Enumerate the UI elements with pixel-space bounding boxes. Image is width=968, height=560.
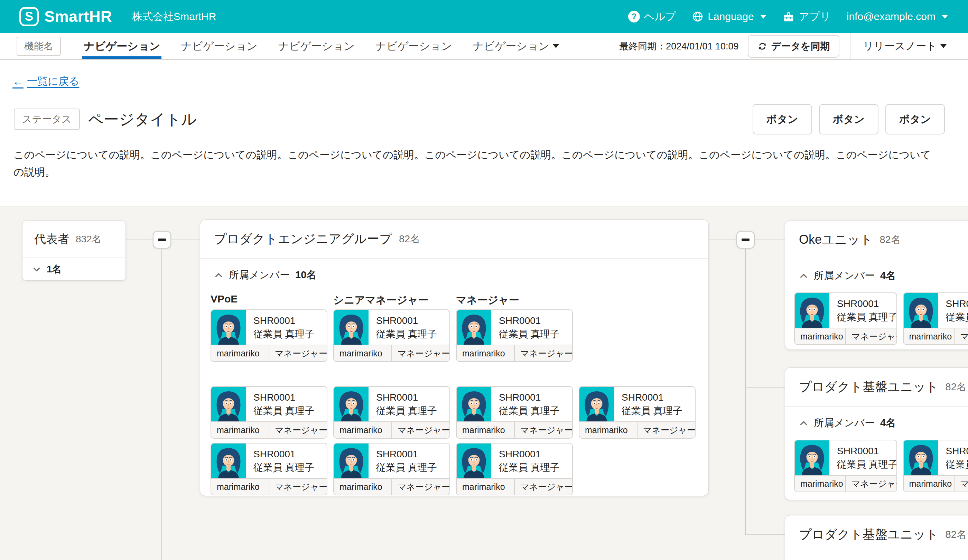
action-button-1[interactable]: ボタン — [753, 104, 812, 134]
page-description: このページについての説明。このページについての説明。このページについての説明。こ… — [13, 146, 940, 181]
back-to-list-link[interactable]: ← 一覧に戻る — [12, 75, 79, 88]
employee-card-top: SHR0001 従業員 真理子 — [211, 310, 327, 345]
unit-title: Okeユニット — [799, 231, 873, 248]
employee-card-footer: marimariko マネージャー — [904, 328, 968, 344]
nav-tab-4[interactable]: ナビゲーション — [365, 33, 462, 59]
member-row-1: SHR0001 従業員 真理子 marimariko マネージャー — [211, 310, 708, 362]
nav-tab-1[interactable]: ナビゲーション — [73, 33, 171, 59]
employee-card[interactable]: SHR0001 従業員 真理子 marimariko マネージャー — [903, 440, 968, 492]
employee-card-top: SHR0001 従業員 真理子 — [579, 387, 695, 421]
employee-name: 従業員 真理子 — [254, 327, 314, 341]
employee-card-top: SHR0001 従業員 真理子 — [334, 310, 449, 345]
members-section-toggle[interactable]: 所属メンバー 4名 — [799, 416, 968, 430]
employee-card[interactable]: SHR0001 従業員 真理子 marimariko マネージャー — [456, 443, 573, 495]
employee-card[interactable]: SHR0001 従業員 真理子 marimariko マネージャー — [903, 292, 968, 345]
members-count: 4名 — [880, 269, 896, 283]
chevron-down-icon — [940, 44, 946, 48]
employee-code: SHR0001 — [376, 314, 437, 327]
chevron-down-icon — [32, 265, 41, 274]
employee-card-footer: marimariko マネージャー — [211, 345, 327, 361]
employee-info: SHR0001 従業員 真理子 — [368, 387, 437, 421]
employee-avatar — [334, 387, 368, 421]
employee-card[interactable]: SHR0001 従業員 真理子 marimariko マネージャー — [333, 443, 450, 495]
employee-card[interactable]: SHR0001 従業員 真理子 marimariko マネージャー — [456, 310, 573, 362]
apps-menu-item[interactable]: アプリ — [782, 10, 831, 24]
language-label: Language — [708, 11, 754, 22]
members-section-toggle[interactable]: 所属メンバー 4名 — [799, 269, 968, 283]
connector-line — [126, 240, 153, 240]
employee-card[interactable]: SHR0001 従業員 真理子 marimariko マネージャー — [211, 310, 327, 362]
employee-card[interactable]: SHR0001 従業員 真理子 marimariko マネージャー — [333, 310, 450, 362]
employee-username: marimariko — [904, 328, 955, 344]
unit-member-count: 82名 — [880, 233, 900, 247]
unit-member-count: 82名 — [946, 380, 966, 394]
employee-role: マネージャー — [269, 345, 327, 361]
employee-role: マネージャー — [269, 422, 327, 438]
employee-role: マネージャー — [846, 328, 897, 344]
employee-username: marimariko — [457, 345, 515, 361]
employee-name: 従業員 真理子 — [946, 310, 968, 324]
employee-card[interactable]: SHR0001 従業員 真理子 marimariko マネージャー — [211, 386, 327, 439]
employee-card-footer: marimariko マネージャー — [904, 475, 968, 492]
employee-card[interactable]: SHR0001 従業員 真理子 marimariko マネージャー — [211, 443, 327, 495]
employee-role: マネージャー — [392, 479, 449, 495]
employee-username: marimariko — [334, 422, 392, 438]
chevron-up-icon — [799, 419, 808, 428]
employee-avatar — [334, 310, 368, 345]
minus-icon — [158, 239, 166, 241]
employee-code: SHR0001 — [376, 447, 437, 461]
employee-card[interactable]: SHR0001 従業員 真理子 marimariko マネージャー — [333, 386, 450, 439]
employee-card[interactable]: SHR0001 従業員 真理子 marimariko マネージャー — [456, 386, 573, 439]
employee-info: SHR0001 従業員 真理子 — [246, 310, 314, 345]
connector-line — [745, 387, 785, 388]
org-node-main-group: プロダクトエンジニアグループ 82名 所属メンバー 10名 VPoE シニアマネ… — [200, 220, 709, 496]
action-button-3[interactable]: ボタン — [885, 104, 945, 134]
employee-card-footer: marimariko マネージャー — [457, 421, 572, 438]
employee-card-top: SHR0001 従業員 真理子 — [457, 310, 572, 345]
page-header-section: ← 一覧に戻る ステータス ページタイトル ボタン ボタン ボタン このページに… — [0, 60, 968, 206]
employee-code: SHR0001 — [499, 391, 560, 404]
member-row-2: SHR0001 従業員 真理子 marimariko マネージャー — [211, 386, 708, 439]
collapse-node-button[interactable] — [736, 231, 755, 249]
release-notes-dropdown[interactable]: リリースノート — [850, 39, 954, 53]
employee-avatar — [795, 293, 829, 328]
smarthr-logo[interactable]: S SmartHR — [19, 7, 112, 26]
employee-avatar — [795, 441, 829, 475]
root-card-expand-toggle[interactable]: 1名 — [22, 258, 126, 280]
employee-username: marimariko — [904, 476, 955, 492]
sync-data-button[interactable]: データを同期 — [748, 35, 840, 58]
nav-tab-3[interactable]: ナビゲーション — [268, 33, 365, 59]
members-section-toggle[interactable]: 所属メンバー 10名 — [214, 268, 695, 282]
employee-name: 従業員 真理子 — [254, 461, 314, 474]
root-card-title: 代表者 — [34, 231, 70, 247]
org-node-product-platform-unit: プロダクト基盤ユニット 82名 所属メンバー 4名 — [785, 368, 968, 500]
employee-card-footer: marimariko マネージャー — [334, 478, 449, 495]
role-label-vpoe: VPoE — [211, 293, 327, 307]
employee-username: marimariko — [211, 479, 269, 495]
account-menu-item[interactable]: info@example.com — [847, 11, 948, 22]
action-button-2[interactable]: ボタン — [819, 104, 878, 134]
employee-name: 従業員 真理子 — [376, 327, 437, 341]
employee-avatar — [457, 387, 491, 421]
connector-line — [755, 240, 785, 240]
collapse-node-button[interactable] — [153, 231, 171, 249]
nav-right-area: 最終同期：2024/01/01 10:09 データを同期 リリースノート — [619, 33, 954, 59]
connector-line — [709, 240, 736, 240]
nav-tab-2[interactable]: ナビゲーション — [171, 33, 268, 59]
globe-icon — [692, 11, 704, 22]
employee-card[interactable]: SHR0001 従業員 真理子 marimariko マネージャー — [794, 292, 897, 345]
employee-card[interactable]: SHR0001 従業員 真理子 marimariko マネージャー — [794, 440, 897, 492]
employee-name: 従業員 真理子 — [376, 404, 437, 418]
help-menu-item[interactable]: ? ヘルプ — [628, 10, 676, 24]
employee-name: 従業員 真理子 — [499, 461, 560, 474]
org-chart-canvas[interactable]: 代表者 832名 1名 プロダクトエンジニアグループ 82名 所属メンバー — [0, 206, 968, 560]
members-label: 所属メンバー — [814, 416, 875, 430]
employee-role: マネージャー — [846, 476, 897, 492]
nav-tabs: ナビゲーション ナビゲーション ナビゲーション ナビゲーション ナビゲーション — [73, 33, 569, 59]
apps-toolbox-icon — [782, 10, 795, 23]
employee-card[interactable]: SHR0001 従業員 真理子 marimariko マネージャー — [579, 386, 696, 439]
chevron-up-icon — [799, 271, 808, 281]
smarthr-logo-icon: S — [19, 7, 39, 26]
nav-tab-5-dropdown[interactable]: ナビゲーション — [462, 33, 569, 59]
language-menu-item[interactable]: Language — [692, 11, 766, 22]
